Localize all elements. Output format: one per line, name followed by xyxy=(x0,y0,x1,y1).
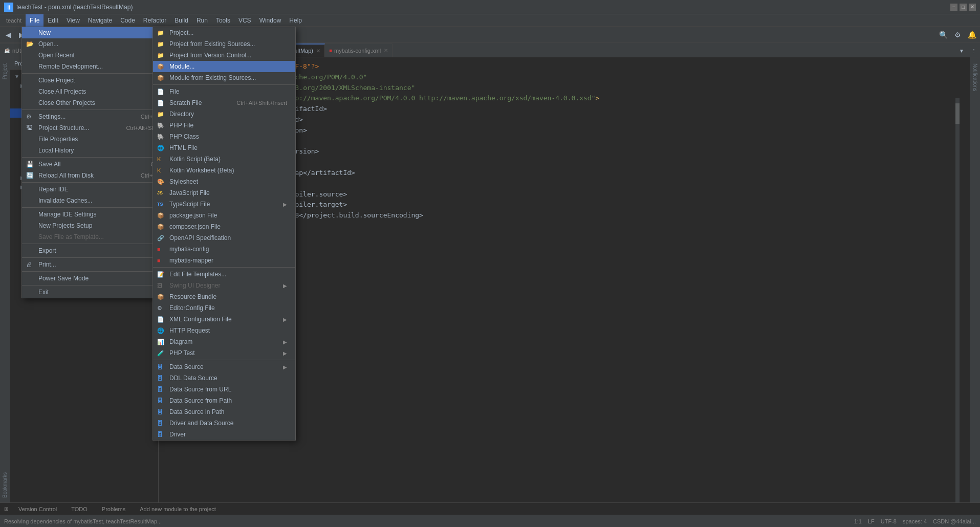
title-bar: ij teachTest - pom.xml (teachTestResultM… xyxy=(0,0,980,14)
maximize-button[interactable]: □ xyxy=(960,4,967,11)
new-submenu-php-class-label: PHP Class xyxy=(169,133,199,140)
menu-item-run[interactable]: Run xyxy=(192,14,212,27)
file-menu-settings-label: Settings... xyxy=(38,113,66,120)
new-submenu-php-test[interactable]: 🧪 PHP Test ▶ xyxy=(153,347,295,359)
new-javascript-icon: JS xyxy=(157,190,163,195)
new-submenu-sep1 xyxy=(153,84,295,85)
new-submenu-mybatis-mapper[interactable]: ■ mybatis-mapper xyxy=(153,255,295,266)
new-submenu-module-existing-label: Module from Existing Sources... xyxy=(169,74,256,81)
menu-item-refactor[interactable]: Refactor xyxy=(139,14,170,27)
new-submenu-editorconfig[interactable]: ⚙ EditorConfig File xyxy=(153,302,295,314)
new-submenu-scratch-file[interactable]: 📄 Scratch File Ctrl+Alt+Shift+Insert xyxy=(153,97,295,108)
new-submenu-mybatis-config[interactable]: ■ mybatis-config xyxy=(153,244,295,255)
file-menu-save-all-label: Save All xyxy=(38,161,60,168)
new-submenu-http-request[interactable]: 🌐 HTTP Request xyxy=(153,325,295,336)
new-submenu-file[interactable]: 📄 File xyxy=(153,86,295,97)
menu-item-tools[interactable]: Tools xyxy=(212,14,234,27)
file-menu-export[interactable]: Export ▶ xyxy=(22,245,175,256)
new-submenu-openapi[interactable]: 🔗 OpenAPI Specification xyxy=(153,232,295,244)
file-menu-repair-ide[interactable]: Repair IDE xyxy=(22,184,175,195)
file-menu-close-other-label: Close Other Projects xyxy=(38,99,95,106)
menu-item-navigate[interactable]: Navigate xyxy=(84,14,116,27)
new-submenu-xml-config[interactable]: 📄 XML Configuration File ▶ xyxy=(153,314,295,325)
new-submenu-scratch-label: Scratch File xyxy=(169,99,202,106)
new-submenu-php-file[interactable]: 🐘 PHP File xyxy=(153,120,295,131)
new-submenu-project-existing-label: Project from Existing Sources... xyxy=(169,40,255,48)
file-menu-open[interactable]: 📂 Open... xyxy=(22,38,175,50)
new-submenu-data-source-from-url[interactable]: 🗄 Data Source from URL xyxy=(153,384,295,395)
new-submenu-data-source-from-path[interactable]: 🗄 Data Source from Path xyxy=(153,395,295,406)
new-submenu: 📁 Project... 📁 Project from Existing Sou… xyxy=(153,27,296,441)
new-submenu-kotlin-worksheet[interactable]: K Kotlin Worksheet (Beta) xyxy=(153,165,295,176)
new-submenu-kotlin-script-label: Kotlin Script (Beta) xyxy=(169,156,221,163)
new-submenu-html-file[interactable]: 🌐 HTML File xyxy=(153,142,295,153)
file-menu-manage-ide-label: Manage IDE Settings xyxy=(38,211,96,218)
file-menu: New ▶ 📂 Open... Open Recent ▶ Remote Dev… xyxy=(21,27,175,298)
menu-item-build[interactable]: Build xyxy=(170,14,192,27)
file-menu-reload[interactable]: 🔄 Reload All from Disk Ctrl+Alt+Y xyxy=(22,170,175,181)
file-menu-exit[interactable]: Exit xyxy=(22,287,175,298)
new-submenu-module-existing[interactable]: 📦 Module from Existing Sources... xyxy=(153,72,295,83)
menu-item-file[interactable]: File xyxy=(26,14,43,27)
file-menu-local-history[interactable]: Local History ▶ xyxy=(22,145,175,156)
new-submenu-driver[interactable]: 🗄 Driver xyxy=(153,429,295,440)
open-folder-icon: 📂 xyxy=(26,40,34,48)
new-submenu-data-source[interactable]: 🗄 Data Source ▶ xyxy=(153,361,295,372)
new-submenu-php-class[interactable]: 🐘 PHP Class xyxy=(153,131,295,142)
new-package-json-icon: 📦 xyxy=(157,212,164,219)
file-menu-file-properties[interactable]: File Properties ▶ xyxy=(22,134,175,145)
file-menu-new[interactable]: New ▶ xyxy=(22,27,175,38)
file-menu-local-history-label: Local History xyxy=(38,147,74,154)
menu-item-window[interactable]: Window xyxy=(255,14,286,27)
menu-item-help[interactable]: Help xyxy=(285,14,306,27)
new-submenu-typescript[interactable]: TS TypeScript File ▶ xyxy=(153,199,295,210)
minimize-button[interactable]: − xyxy=(950,4,957,11)
close-button[interactable]: ✕ xyxy=(969,4,976,11)
file-menu-sep3 xyxy=(22,157,175,158)
file-menu-close-other[interactable]: Close Other Projects xyxy=(22,97,175,108)
new-submenu-php-test-arrow: ▶ xyxy=(283,350,287,356)
new-submenu-module[interactable]: 📦 Module... xyxy=(153,61,295,72)
file-menu-invalidate-caches[interactable]: Invalidate Caches... xyxy=(22,195,175,206)
new-submenu-kotlin-script[interactable]: K Kotlin Script (Beta) xyxy=(153,153,295,165)
new-submenu-package-json[interactable]: 📦 package.json File xyxy=(153,210,295,221)
file-menu-project-structure[interactable]: 🏗 Project Structure... Ctrl+Alt+Shift+S xyxy=(22,122,175,134)
menu-item-teacht[interactable]: teacht xyxy=(2,14,26,27)
file-menu-settings[interactable]: ⚙ Settings... Ctrl+Alt+S xyxy=(22,111,175,122)
new-submenu-driver-and-data-source[interactable]: 🗄 Driver and Data Source xyxy=(153,418,295,429)
menu-item-code[interactable]: Code xyxy=(116,14,139,27)
new-data-source-path-icon: 🗄 xyxy=(157,398,163,404)
file-menu-close-all[interactable]: Close All Projects xyxy=(22,86,175,97)
file-menu-new-projects-setup[interactable]: New Projects Setup ▶ xyxy=(22,220,175,231)
new-submenu-project-vcs[interactable]: 📁 Project from Version Control... xyxy=(153,50,295,61)
new-submenu-edit-file-templates[interactable]: 📝 Edit File Templates... xyxy=(153,269,295,280)
new-submenu-directory[interactable]: 📁 Directory xyxy=(153,108,295,120)
file-menu-close-project[interactable]: Close Project xyxy=(22,75,175,86)
new-submenu-project[interactable]: 📁 Project... xyxy=(153,27,295,38)
new-submenu-data-source-in-path[interactable]: 🗄 Data Source in Path xyxy=(153,406,295,418)
new-submenu-project-existing[interactable]: 📁 Project from Existing Sources... xyxy=(153,38,295,50)
file-menu-invalidate-caches-label: Invalidate Caches... xyxy=(38,197,92,204)
menu-item-view[interactable]: View xyxy=(62,14,84,27)
new-submenu-diagram[interactable]: 📊 Diagram ▶ xyxy=(153,336,295,347)
new-submenu-ddl-data-source[interactable]: 🗄 DDL Data Source xyxy=(153,372,295,384)
new-edit-templates-icon: 📝 xyxy=(157,271,164,278)
new-submenu-javascript[interactable]: JS JavaScript File xyxy=(153,187,295,199)
new-driver-icon: 🗄 xyxy=(157,431,163,437)
file-menu-manage-ide[interactable]: Manage IDE Settings ▶ xyxy=(22,209,175,220)
new-submenu-resource-bundle[interactable]: 📦 Resource Bundle xyxy=(153,291,295,302)
menu-item-vcs[interactable]: VCS xyxy=(234,14,255,27)
file-menu-print[interactable]: 🖨 Print... xyxy=(22,259,175,270)
menu-item-edit[interactable]: Edit xyxy=(43,14,62,27)
file-menu-power-save[interactable]: Power Save Mode xyxy=(22,273,175,284)
file-menu-save-all[interactable]: 💾 Save All Ctrl+S xyxy=(22,159,175,170)
reload-icon: 🔄 xyxy=(26,172,34,179)
new-editorconfig-icon: ⚙ xyxy=(157,305,162,312)
file-menu-remote-dev[interactable]: Remote Development... xyxy=(22,61,175,72)
new-submenu-typescript-arrow: ▶ xyxy=(283,202,287,207)
new-submenu-project-label: Project... xyxy=(169,29,193,36)
new-submenu-stylesheet[interactable]: 🎨 Stylesheet xyxy=(153,176,295,187)
file-menu-open-recent[interactable]: Open Recent ▶ xyxy=(22,50,175,61)
new-data-source-in-path-icon: 🗄 xyxy=(157,409,163,415)
new-submenu-composer-json[interactable]: 📦 composer.json File xyxy=(153,221,295,232)
